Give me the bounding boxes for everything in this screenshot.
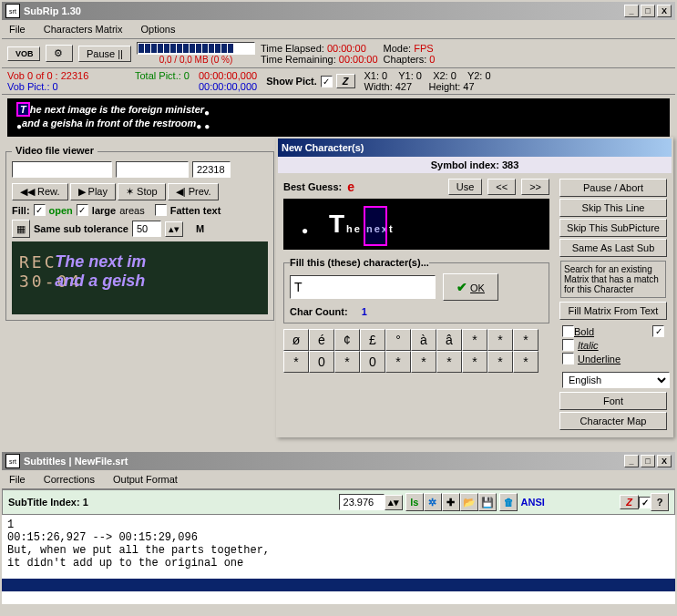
sub-maximize-button[interactable]: □ [641, 455, 655, 467]
subtitle-text[interactable]: 1 00:15:26,927 --> 00:15:29,096 But, whe… [2, 515, 675, 579]
char-cell[interactable]: ø [283, 329, 309, 351]
language-select[interactable]: English [562, 372, 670, 388]
italic-label[interactable]: Italic [578, 340, 599, 351]
char-cell[interactable]: 0 [360, 351, 385, 373]
fatten-label: Fatten text [170, 205, 221, 216]
width-stat: Width: 427 [364, 81, 413, 92]
char-cell[interactable]: * [411, 351, 436, 373]
dialog-titlebar: New Character(s) [278, 139, 672, 157]
sub-minimize-button[interactable]: _ [624, 455, 639, 467]
subtitle-text-blank [2, 591, 675, 604]
subtitle-preview: The next image is the foreign minister● … [7, 98, 670, 137]
close-button[interactable]: X [657, 5, 672, 17]
video-input1[interactable] [12, 161, 112, 178]
char-input[interactable] [290, 275, 436, 299]
frame-input[interactable] [192, 161, 231, 178]
char-cell[interactable]: 0 [309, 351, 334, 373]
save-icon[interactable]: 💾 [478, 493, 497, 511]
large-checkbox[interactable] [77, 204, 88, 216]
x1-stat: X1: 0 [364, 70, 388, 81]
char-cell[interactable]: * [385, 351, 411, 373]
menu-characters-matrix[interactable]: Characters Matrix [40, 22, 127, 36]
char-cell[interactable]: * [283, 351, 309, 373]
sub-menu-corrections[interactable]: Corrections [40, 472, 98, 487]
gear-icon[interactable]: ✲ [424, 493, 442, 511]
char-cell[interactable]: * [462, 351, 487, 373]
menu-file[interactable]: File [5, 22, 29, 36]
z-button[interactable]: Z [336, 74, 355, 88]
char-cell[interactable]: ° [385, 329, 411, 351]
video-overlay-line1: The next im [55, 252, 146, 272]
use-button[interactable]: Use [448, 179, 483, 195]
vob-button[interactable]: VOB [7, 46, 40, 61]
tolerance-spinner[interactable]: ▴▾ [165, 221, 183, 237]
char-highlight-box [364, 206, 387, 246]
menu-options[interactable]: Options [138, 22, 180, 36]
time-remaining-value: 00:00:00 [339, 54, 378, 65]
open-checkbox[interactable] [34, 204, 46, 216]
trash-icon[interactable]: 🗑 [499, 493, 518, 511]
char-cell[interactable]: * [462, 329, 487, 351]
video-input2[interactable] [116, 161, 189, 178]
symbol-index-bar: Symbol index: 383 [278, 157, 672, 173]
maximize-button[interactable]: □ [641, 5, 655, 17]
play-button[interactable]: ▶ Play [70, 183, 116, 200]
char-cell[interactable]: é [309, 329, 334, 351]
char-cell[interactable]: * [513, 351, 539, 373]
sub-close-button[interactable]: X [657, 455, 672, 467]
skip-line-button[interactable]: Skip This Line [559, 199, 667, 217]
char-cell[interactable]: â [436, 329, 462, 351]
char-cell[interactable]: * [487, 329, 513, 351]
italic-checkbox[interactable] [562, 339, 574, 351]
skip-subpicture-button[interactable]: Skip This SubPicture [559, 219, 667, 237]
sub-z-button[interactable]: Z [620, 495, 639, 509]
stop-button[interactable]: ✶ Stop [118, 183, 166, 200]
char-cell[interactable]: * [436, 351, 462, 373]
char-cell[interactable]: * [487, 351, 513, 373]
underline-label[interactable]: Underline [578, 354, 621, 364]
video-frame-preview: REC 30-04 The next im and a geish [12, 241, 268, 314]
ls-icon[interactable]: ls [405, 493, 424, 511]
pause-abort-button[interactable]: Pause / Abort [559, 179, 667, 197]
showpict-label: Show Pict. [266, 76, 317, 87]
char-cell[interactable]: £ [360, 329, 385, 351]
areas-label: areas [119, 205, 145, 216]
char-cell[interactable]: à [411, 329, 436, 351]
rew-button[interactable]: ◀◀ Rew. [12, 183, 68, 200]
char-cell[interactable]: * [513, 329, 539, 351]
font-button[interactable]: Font [559, 392, 667, 410]
fps-input[interactable] [339, 494, 385, 510]
fill-label: Fill: [12, 205, 30, 216]
char-cell[interactable]: * [334, 351, 360, 373]
sub-extra-button[interactable]: ? [651, 493, 669, 511]
fill-matrix-button[interactable]: Fill Matrix From Text [559, 302, 667, 320]
next-char-button[interactable]: >> [521, 179, 549, 195]
minimize-button[interactable]: _ [624, 5, 639, 17]
subtitles-titlebar: srt Subtitles | NewFile.srt _ □ X [2, 452, 675, 470]
char-cell[interactable]: ¢ [334, 329, 360, 351]
tolerance-label: Same sub tolerance [34, 223, 128, 234]
ok-button[interactable]: ✔ OK [443, 273, 498, 301]
puzzle-icon[interactable]: ✚ [442, 493, 460, 511]
subtitle-index-label: SubTitle Index: 1 [8, 497, 88, 508]
same-as-last-button[interactable]: Same As Last Sub [559, 239, 667, 257]
prev-char-button[interactable]: << [487, 179, 516, 195]
bold-label[interactable]: Bold [574, 326, 594, 337]
main-title: SubRip 1.30 [24, 5, 624, 16]
settings-button[interactable]: ⚙ [46, 45, 73, 62]
sub-menu-output-format[interactable]: Output Format [109, 472, 181, 487]
bold-checkbox[interactable] [562, 325, 574, 337]
underline-checkbox[interactable] [562, 353, 574, 364]
tolerance-icon-button[interactable]: ▦ [12, 220, 30, 238]
open-icon[interactable]: 📂 [460, 493, 478, 511]
sub-menu-file[interactable]: File [5, 472, 29, 487]
charmap-button[interactable]: Character Map [559, 412, 667, 430]
sub-z-checkbox[interactable] [639, 497, 651, 508]
bold-right-checkbox[interactable] [652, 325, 664, 337]
pause-button[interactable]: Pause || [78, 46, 131, 62]
showpict-checkbox[interactable] [321, 76, 333, 87]
fatten-checkbox[interactable] [155, 204, 167, 216]
prev-button[interactable]: ◀| Prev. [168, 183, 220, 200]
tolerance-input[interactable] [132, 221, 161, 237]
fps-spinner[interactable]: ▴▾ [385, 495, 403, 510]
